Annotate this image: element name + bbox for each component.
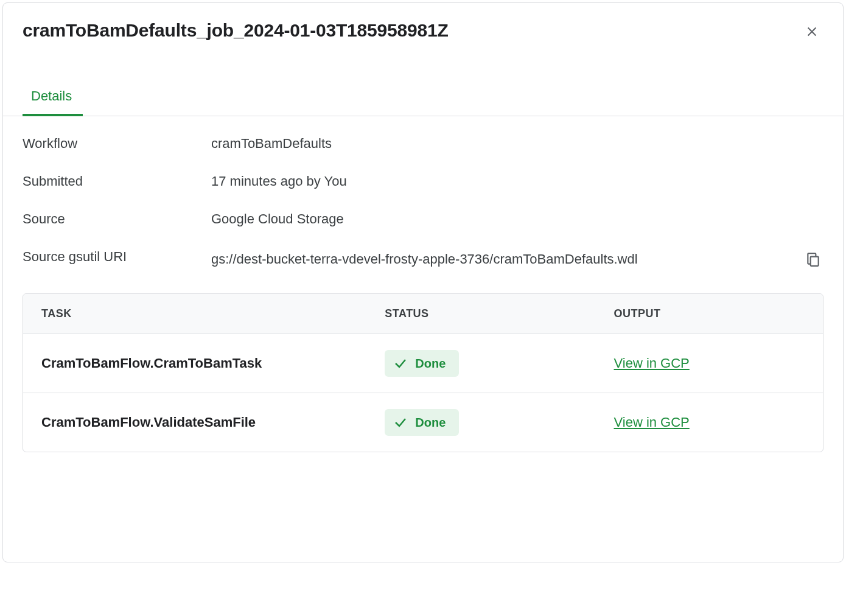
status-text: Done — [415, 357, 446, 371]
detail-row-workflow: Workflow cramToBamDefaults — [23, 136, 823, 152]
task-name: CramToBamFlow.CramToBamTask — [41, 355, 385, 371]
source-label: Source — [23, 211, 211, 227]
detail-row-source: Source Google Cloud Storage — [23, 211, 823, 227]
page-title: cramToBamDefaults_job_2024-01-03T1859589… — [23, 20, 449, 41]
detail-row-uri: Source gsutil URI gs://dest-bucket-terra… — [23, 249, 823, 271]
task-status-cell: Done — [385, 350, 614, 377]
svg-rect-2 — [811, 257, 819, 266]
tab-details[interactable]: Details — [23, 80, 83, 116]
job-details-panel: cramToBamDefaults_job_2024-01-03T1859589… — [2, 2, 844, 562]
task-name: CramToBamFlow.ValidateSamFile — [41, 415, 385, 430]
tasks-table-header: TASK STATUS OUTPUT — [23, 294, 823, 334]
column-header-status: STATUS — [385, 307, 614, 320]
detail-row-submitted: Submitted 17 minutes ago by You — [23, 173, 823, 189]
uri-value: gs://dest-bucket-terra-vdevel-frosty-app… — [211, 249, 716, 270]
task-output-cell: View in GCP — [614, 415, 805, 430]
check-icon — [393, 356, 408, 371]
column-header-output: OUTPUT — [614, 307, 805, 320]
tasks-table: TASK STATUS OUTPUT CramToBamFlow.CramToB… — [23, 293, 823, 452]
check-icon — [393, 415, 408, 430]
close-button[interactable] — [800, 20, 823, 43]
status-badge: Done — [385, 409, 459, 436]
task-status-cell: Done — [385, 409, 614, 436]
view-in-gcp-link[interactable]: View in GCP — [614, 355, 689, 371]
close-icon — [805, 25, 819, 38]
workflow-value: cramToBamDefaults — [211, 136, 823, 152]
copy-uri-button[interactable] — [803, 249, 823, 271]
submitted-label: Submitted — [23, 173, 211, 189]
table-row: CramToBamFlow.CramToBamTask Done View in… — [23, 334, 823, 393]
workflow-label: Workflow — [23, 136, 211, 152]
copy-icon — [805, 251, 821, 267]
tabs-bar: Details — [3, 80, 843, 116]
details-body: Workflow cramToBamDefaults Submitted 17 … — [3, 116, 843, 472]
status-badge: Done — [385, 350, 459, 377]
column-header-task: TASK — [41, 307, 385, 320]
table-row: CramToBamFlow.ValidateSamFile Done View … — [23, 393, 823, 452]
uri-label: Source gsutil URI — [23, 249, 211, 265]
status-text: Done — [415, 416, 446, 430]
submitted-value: 17 minutes ago by You — [211, 173, 823, 189]
view-in-gcp-link[interactable]: View in GCP — [614, 415, 689, 430]
source-value: Google Cloud Storage — [211, 211, 823, 227]
panel-header: cramToBamDefaults_job_2024-01-03T1859589… — [3, 3, 843, 43]
task-output-cell: View in GCP — [614, 355, 805, 371]
